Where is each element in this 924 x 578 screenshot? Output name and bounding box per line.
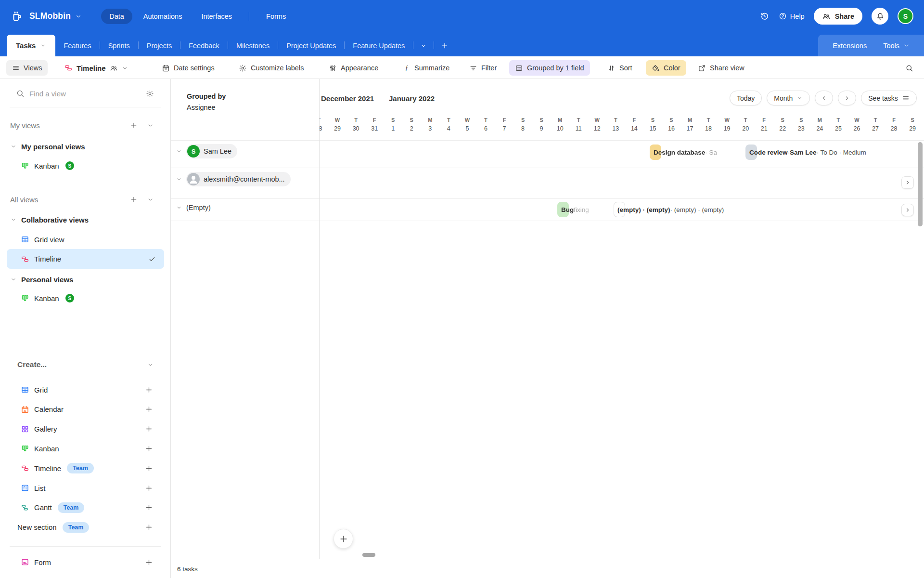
group-pill[interactable]: alexsmith@content-mob... [186,172,291,186]
create-item-calendar[interactable]: 31Calendar [0,402,171,417]
toolbar-search-button[interactable] [905,60,913,76]
create-collapse-icon[interactable] [147,362,154,368]
sidebar-item-personal-views[interactable]: Personal views [0,272,171,287]
share-view-button[interactable]: Share view [698,60,744,76]
add-view-icon[interactable] [145,558,153,566]
task-bar-empty-empty[interactable]: (empty) · (empty) · (empty) · (empty) [614,202,724,217]
create-item-timeline[interactable]: TimelineTeam [0,460,171,476]
task-bar-design-database[interactable]: Design database · Sa [650,144,735,160]
sidebar-item-kanban-personal-2[interactable]: Kanban S [0,290,171,306]
chevron-down-icon[interactable] [11,144,16,149]
sidebar-item-my-personal-views[interactable]: My personal views [0,139,171,154]
add-table-button[interactable] [434,35,455,56]
prev-period-button[interactable] [815,91,833,105]
day-number: 4 [441,125,456,132]
nav-item-interfaces[interactable]: Interfaces [193,9,240,24]
group-row-alexsmith-content-mob[interactable]: alexsmith@content-mob... [176,172,291,186]
tab-feature-updates[interactable]: Feature Updates [345,35,413,56]
current-view-button[interactable]: Timeline [64,60,128,76]
sidebar-gear-icon[interactable] [146,90,154,98]
sidebar-item-collaborative-views[interactable]: Collaborative views [0,212,171,227]
chevron-down-icon [796,95,803,101]
more-tables-button[interactable] [413,35,434,56]
next-period-button[interactable] [838,91,856,105]
tools-button[interactable]: Tools [883,42,910,50]
grid-view-label: Grid view [34,236,64,244]
history-icon[interactable] [760,12,770,21]
extensions-button[interactable]: Extensions [833,42,867,50]
add-view-icon[interactable] [145,386,153,394]
sort-button[interactable]: Sort [607,60,632,76]
group-more-tasks-button[interactable] [901,204,914,216]
tab-feedback[interactable]: Feedback [180,35,228,56]
group-more-tasks-button[interactable] [901,176,914,189]
my-views-collapse-icon[interactable] [147,122,154,129]
vertical-scrollbar[interactable] [918,142,923,226]
create-item-form[interactable]: Form [0,554,171,570]
help-button[interactable]: Help [779,12,805,20]
all-views-collapse-icon[interactable] [147,197,154,203]
add-view-icon[interactable] [145,484,153,492]
create-item-new-section[interactable]: New sectionTeam [0,520,171,535]
all-views-add-icon[interactable] [130,196,138,203]
task-bar-bug[interactable]: Bug fixing [557,202,602,217]
tab-tasks[interactable]: Tasks [7,35,55,56]
color-button[interactable]: Color [646,60,686,76]
add-task-button[interactable] [334,529,353,549]
my-views-add-icon[interactable] [130,121,138,129]
add-view-icon[interactable] [145,503,153,512]
group-collapse-icon[interactable] [176,176,182,182]
group-collapse-icon[interactable] [176,148,182,154]
sidebar-item-kanban-personal[interactable]: Kanban S [0,158,171,173]
grouped-by-button[interactable]: Grouped by 1 field [509,60,590,76]
today-button[interactable]: Today [730,91,762,105]
notifications-button[interactable] [872,8,888,25]
date-settings-button[interactable]: 31 Date settings [162,60,215,76]
create-item-list[interactable]: List [0,480,171,496]
create-item-kanban[interactable]: Kanban [0,441,171,456]
add-view-icon[interactable] [145,523,153,531]
horizontal-scrollbar[interactable] [362,553,375,557]
sidebar-item-timeline-selected[interactable]: Timeline [0,249,171,269]
customize-labels-button[interactable]: Customize labels [239,60,304,76]
task-bar-code-review[interactable]: Code review · Sam Lee · To Do · Medium [745,144,866,160]
group-pill[interactable]: SSam Lee [186,144,237,158]
group-row-sam-lee[interactable]: SSam Lee [176,144,237,158]
views-label: Views [24,64,42,72]
user-avatar[interactable]: S [898,8,913,24]
zoom-level-dropdown[interactable]: Month [767,91,810,105]
sidebar-item-grid-view[interactable]: Grid view [0,232,171,247]
chevron-down-icon[interactable] [11,276,16,282]
tab-features[interactable]: Features [55,35,99,56]
find-view-input[interactable] [29,90,130,98]
workspace-logo-icon[interactable] [11,10,23,23]
create-item-gallery[interactable]: Gallery [0,421,171,437]
create-item-gantt[interactable]: GanttTeam [0,500,171,515]
tab-project-updates[interactable]: Project Updates [278,35,344,56]
workspace-chevron-icon[interactable] [75,13,82,20]
views-button[interactable]: Views [6,60,48,76]
add-view-icon[interactable] [145,464,153,473]
create-item-grid[interactable]: Grid [0,382,171,397]
add-view-icon[interactable] [145,405,153,413]
nav-item-automations[interactable]: Automations [135,9,191,24]
tab-milestones[interactable]: Milestones [228,35,278,56]
chevron-down-icon[interactable] [11,217,16,223]
summarize-button[interactable]: ƒ Summarize [402,60,449,76]
group-collapse-icon[interactable] [176,205,182,210]
active-tab-chevron-icon[interactable] [40,42,46,49]
nav-item-data[interactable]: Data [101,9,132,24]
filter-button[interactable]: Filter [469,60,497,76]
tab-sprints[interactable]: Sprints [100,35,138,56]
tab-projects[interactable]: Projects [139,35,180,56]
timeline-controls: Today Month See tasks [730,91,917,105]
see-tasks-button[interactable]: See tasks [861,91,916,105]
group-row-empty[interactable]: (Empty) [176,200,211,215]
add-view-icon[interactable] [145,445,153,453]
add-view-icon[interactable] [145,425,153,433]
sidebar-divider [10,107,161,107]
appearance-button[interactable]: Appearance [329,60,378,76]
nav-item-forms[interactable]: Forms [258,9,294,24]
share-button[interactable]: Share [814,8,862,25]
create-item-label: Calendar [34,405,64,413]
